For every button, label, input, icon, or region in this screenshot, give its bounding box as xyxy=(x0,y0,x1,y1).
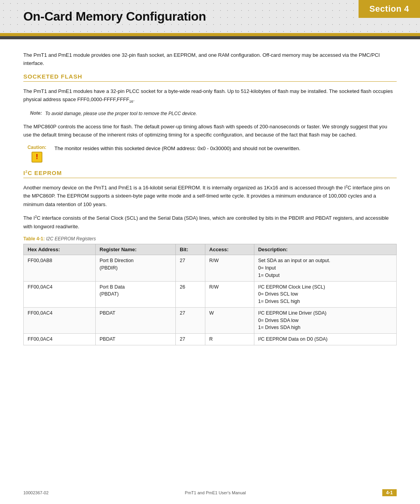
i2c-eeprom-section: I2C EEPROM Another memory device on the … xyxy=(23,170,397,345)
orange-bar xyxy=(0,33,420,36)
intro-paragraph: The PmT1 and PmE1 module provides one 32… xyxy=(23,51,397,68)
table-body: FF00,0AB8 Port B Direction(PBDIR) 27 R/W… xyxy=(24,255,397,345)
table-row: FF00,0AC4 Port B Data(PBDAT) 26 R/W I²C … xyxy=(24,281,397,307)
title-area: On-Card Memory Configuration xyxy=(0,0,420,33)
socketed-flash-body2: The MPC860P controls the access time for… xyxy=(23,122,397,139)
cell-access: R xyxy=(205,334,254,345)
caution-block: Caution: ! The monitor resides within th… xyxy=(23,145,397,163)
cell-register: PBDAT xyxy=(96,307,176,333)
col-header-access: Access: xyxy=(205,244,254,255)
note-label: Note: xyxy=(23,110,42,116)
footer: 10002367-02 PmT1 and PmE1 User's Manual … xyxy=(0,489,420,496)
main-content: The PmT1 and PmE1 module provides one 32… xyxy=(0,39,420,373)
i2c-eeprom-heading: I2C EEPROM xyxy=(23,170,397,178)
caution-icon: ! xyxy=(32,152,42,163)
cell-hex: FF00,0AC4 xyxy=(24,307,96,333)
col-header-hex: Hex Address: xyxy=(24,244,96,255)
cell-access: R/W xyxy=(205,281,254,307)
cell-hex: FF00,0AB8 xyxy=(24,255,96,281)
socketed-flash-heading: SOCKETED FLASH xyxy=(23,73,397,82)
cell-bit: 27 xyxy=(176,307,205,333)
table-caption-label: Table 4-1: xyxy=(23,236,45,242)
cell-description: I²C EEPROM Line Driver (SDA)0= Drives SD… xyxy=(254,307,396,333)
page-title: On-Card Memory Configuration xyxy=(23,9,206,24)
table-row: FF00,0AC4 PBDAT 27 R I²C EEPROM Data on … xyxy=(24,334,397,345)
cell-access: R/W xyxy=(205,255,254,281)
cell-bit: 27 xyxy=(176,334,205,345)
caution-label: Caution: xyxy=(28,145,47,150)
i2c-eeprom-table: Hex Address: Register Name: Bit: Access:… xyxy=(23,244,397,345)
footer-doc-number: 10002367-02 xyxy=(23,490,49,495)
cell-register: PBDAT xyxy=(96,334,176,345)
cell-description: I²C EEPROM Data on D0 (SDA) xyxy=(254,334,396,345)
cell-bit: 26 xyxy=(176,281,205,307)
table-row: FF00,0AC4 PBDAT 27 W I²C EEPROM Line Dri… xyxy=(24,307,397,333)
cell-register: Port B Data(PBDAT) xyxy=(96,281,176,307)
footer-page: 4-1 xyxy=(382,489,397,496)
i2c-body2: The I2C interface consists of the Serial… xyxy=(23,214,397,231)
header: Section 4 On-Card Memory Configuration xyxy=(0,0,420,39)
cell-register: Port B Direction(PBDIR) xyxy=(96,255,176,281)
socketed-flash-body1: The PmT1 and PmE1 modules have a 32-pin … xyxy=(23,87,397,105)
socketed-flash-section: SOCKETED FLASH The PmT1 and PmE1 modules… xyxy=(23,73,397,163)
i2c-body1: Another memory device on the PmT1 and Pm… xyxy=(23,184,397,209)
cell-description: Set SDA as an input or an output.0= Inpu… xyxy=(254,255,396,281)
table-caption: Table 4-1: I2C EEPROM Registers xyxy=(23,236,397,242)
note-block: Note: To avoid damage, please use the pr… xyxy=(23,110,397,117)
dark-bar xyxy=(0,36,420,39)
cell-description: I²C EEPROM Clock Line (SCL)0= Drives SCL… xyxy=(254,281,396,307)
col-header-description: Description: xyxy=(254,244,396,255)
footer-manual-title: PmT1 and PmE1 User's Manual xyxy=(185,490,246,495)
note-text: To avoid damage, please use the proper t… xyxy=(45,110,197,117)
col-header-bit: Bit: xyxy=(176,244,205,255)
caution-text: The monitor resides within this socketed… xyxy=(54,145,300,153)
table-header: Hex Address: Register Name: Bit: Access:… xyxy=(24,244,397,255)
cell-hex: FF00,0AC4 xyxy=(24,281,96,307)
section-badge: Section 4 xyxy=(359,0,420,18)
caution-label-area: Caution: ! xyxy=(23,145,51,163)
table-row: FF00,0AB8 Port B Direction(PBDIR) 27 R/W… xyxy=(24,255,397,281)
cell-bit: 27 xyxy=(176,255,205,281)
table-caption-text: I2C EEPROM Registers xyxy=(46,236,96,242)
cell-hex: FF00,0AC4 xyxy=(24,334,96,345)
cell-access: W xyxy=(205,307,254,333)
col-header-register: Register Name: xyxy=(96,244,176,255)
